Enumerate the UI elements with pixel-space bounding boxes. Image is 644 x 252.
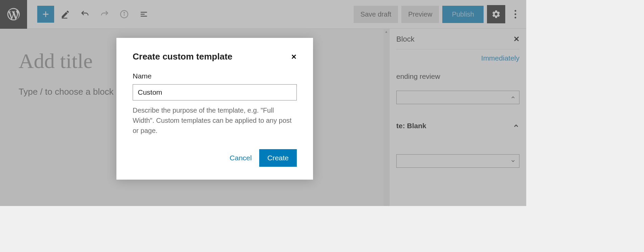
cancel-button[interactable]: Cancel bbox=[230, 154, 252, 162]
modal-close-icon[interactable]: ✕ bbox=[291, 53, 297, 61]
modal-header: Create custom template ✕ bbox=[133, 51, 297, 62]
name-input[interactable] bbox=[133, 84, 297, 100]
create-template-modal: Create custom template ✕ Name Describe t… bbox=[116, 38, 313, 180]
name-help-text: Describe the purpose of the template, e.… bbox=[133, 105, 297, 136]
modal-title: Create custom template bbox=[133, 51, 232, 62]
create-button[interactable]: Create bbox=[259, 149, 297, 167]
modal-actions: Cancel Create bbox=[133, 149, 297, 167]
name-field-label: Name bbox=[133, 72, 297, 80]
